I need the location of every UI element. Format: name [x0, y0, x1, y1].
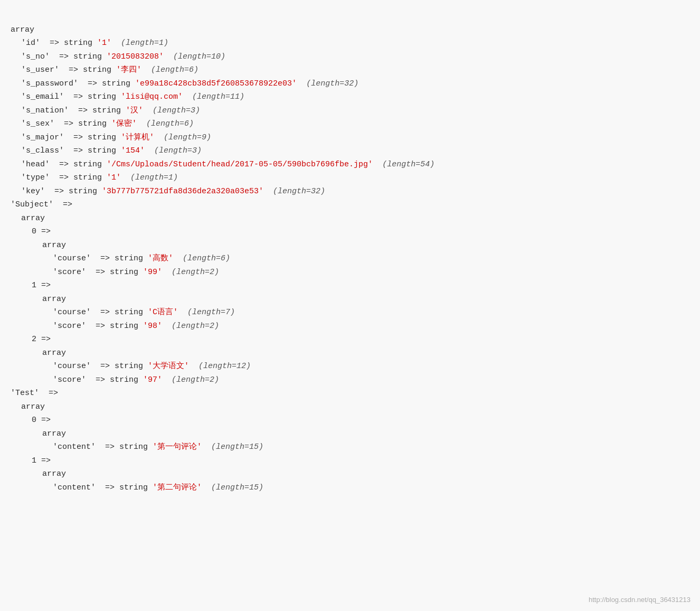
- code-line: 0 =>: [11, 413, 689, 427]
- meta-length: (length=32): [306, 79, 358, 88]
- key-text: [154, 133, 164, 142]
- code-line: 's_major' => string '计算机' (length=9): [11, 131, 689, 145]
- key-text: [162, 322, 172, 331]
- code-line: 'course' => string 'C语言' (length=7): [11, 306, 689, 319]
- key-text: 'id' => string: [21, 39, 97, 48]
- key-text: [263, 187, 273, 196]
- code-line: array: [11, 239, 689, 252]
- code-line: array: [11, 293, 689, 306]
- meta-length: (length=12): [198, 362, 251, 371]
- meta-length: (length=2): [172, 268, 219, 277]
- key-text: [297, 79, 306, 88]
- value-red: '/Cms/Uploads/Student/head/2017-05-05/59…: [107, 160, 373, 169]
- code-line: 1 =>: [11, 279, 689, 293]
- key-text: 0 =>: [32, 416, 51, 425]
- key-text: 1 =>: [32, 456, 51, 465]
- value-red: '99': [143, 268, 162, 277]
- code-line: 1 =>: [11, 454, 689, 468]
- meta-length: (length=2): [172, 375, 219, 384]
- value-red: '97': [143, 375, 162, 384]
- key-text: 's_sex' => string: [21, 119, 111, 128]
- value-red: '第一句评论': [153, 443, 202, 452]
- key-text: 'score' => string: [53, 322, 143, 331]
- key-text: 'key' => string: [21, 187, 102, 196]
- code-line: 'id' => string '1' (length=1): [11, 36, 689, 50]
- key-text: [145, 146, 154, 155]
- code-line: 'type' => string '1' (length=1): [11, 171, 689, 185]
- value-red: '3b777b775721dfa8d36de2a320a03e53': [102, 187, 263, 196]
- key-text: 's_no' => string: [21, 52, 107, 61]
- key-text: 'score' => string: [53, 268, 143, 277]
- meta-length: (length=15): [211, 443, 263, 452]
- key-text: 'Test' =>: [11, 389, 58, 398]
- code-line: 'course' => string '高数' (length=6): [11, 252, 689, 266]
- code-line: array: [11, 467, 689, 481]
- meta-length: (length=54): [382, 160, 434, 169]
- code-line: 'content' => string '第一句评论' (length=15): [11, 440, 689, 454]
- key-text: [162, 268, 172, 277]
- key-text: array: [42, 295, 66, 304]
- value-red: '1': [97, 39, 111, 48]
- code-line: 2 =>: [11, 333, 689, 346]
- code-line: 'head' => string '/Cms/Uploads/Student/h…: [11, 158, 689, 172]
- key-text: 'content' => string: [53, 443, 153, 452]
- key-text: array: [11, 25, 34, 34]
- key-text: [121, 173, 130, 182]
- meta-length: (length=3): [153, 106, 200, 115]
- value-red: 'C语言': [148, 308, 178, 317]
- meta-length: (length=9): [164, 133, 211, 142]
- key-text: [178, 308, 187, 317]
- code-line: 'score' => string '99' (length=2): [11, 266, 689, 279]
- code-line: 'course' => string '大学语文' (length=12): [11, 360, 689, 373]
- key-text: 2 =>: [32, 335, 51, 344]
- value-red: '154': [121, 146, 145, 155]
- code-line: array: [11, 23, 689, 37]
- code-line: 'Subject' =>: [11, 198, 689, 212]
- value-red: '高数': [148, 254, 173, 263]
- key-text: [202, 483, 211, 492]
- meta-length: (length=7): [187, 308, 235, 317]
- key-text: [137, 119, 146, 128]
- key-text: array: [21, 402, 45, 411]
- key-text: 'course' => string: [53, 254, 148, 263]
- key-text: array: [42, 349, 66, 358]
- meta-length: (length=32): [273, 187, 325, 196]
- meta-length: (length=1): [130, 173, 178, 182]
- meta-length: (length=1): [121, 39, 168, 48]
- value-red: 'lisi@qq.com': [121, 92, 183, 101]
- key-text: 's_nation' => string: [21, 106, 126, 115]
- key-text: array: [42, 469, 66, 478]
- code-line: 'score' => string '98' (length=2): [11, 319, 689, 333]
- key-text: 1 =>: [32, 281, 51, 290]
- meta-length: (length=10): [173, 52, 225, 61]
- code-line: 's_nation' => string '汉' (length=3): [11, 104, 689, 118]
- key-text: [183, 92, 192, 101]
- meta-length: (length=11): [192, 92, 244, 101]
- meta-length: (length=3): [154, 146, 202, 155]
- key-text: array: [21, 214, 45, 223]
- code-line: 'content' => string '第二句评论' (length=15): [11, 481, 689, 495]
- key-text: [143, 106, 153, 115]
- code-line: array: [11, 427, 689, 441]
- key-text: 0 =>: [32, 227, 51, 236]
- key-text: [162, 375, 172, 384]
- key-text: [373, 160, 382, 169]
- code-line: array: [11, 212, 689, 225]
- key-text: array: [42, 429, 66, 438]
- code-line: 0 =>: [11, 225, 689, 239]
- value-red: '汉': [126, 106, 143, 115]
- key-text: [111, 39, 121, 48]
- key-text: 's_password' => string: [21, 79, 135, 88]
- meta-length: (length=15): [211, 483, 263, 492]
- key-text: 's_class' => string: [21, 146, 121, 155]
- code-line: 's_class' => string '154' (length=3): [11, 144, 689, 158]
- value-red: '98': [143, 322, 162, 331]
- key-text: 's_major' => string: [21, 133, 121, 142]
- key-text: array: [42, 241, 66, 250]
- code-line: 's_no' => string '2015083208' (length=10…: [11, 50, 689, 64]
- meta-length: (length=6): [183, 254, 230, 263]
- code-output: array'id' => string '1' (length=1)'s_no'…: [11, 10, 689, 494]
- code-line: 'key' => string '3b777b775721dfa8d36de2a…: [11, 185, 689, 199]
- code-line: 's_sex' => string '保密' (length=6): [11, 117, 689, 131]
- code-line: 's_user' => string '李四' (length=6): [11, 63, 689, 77]
